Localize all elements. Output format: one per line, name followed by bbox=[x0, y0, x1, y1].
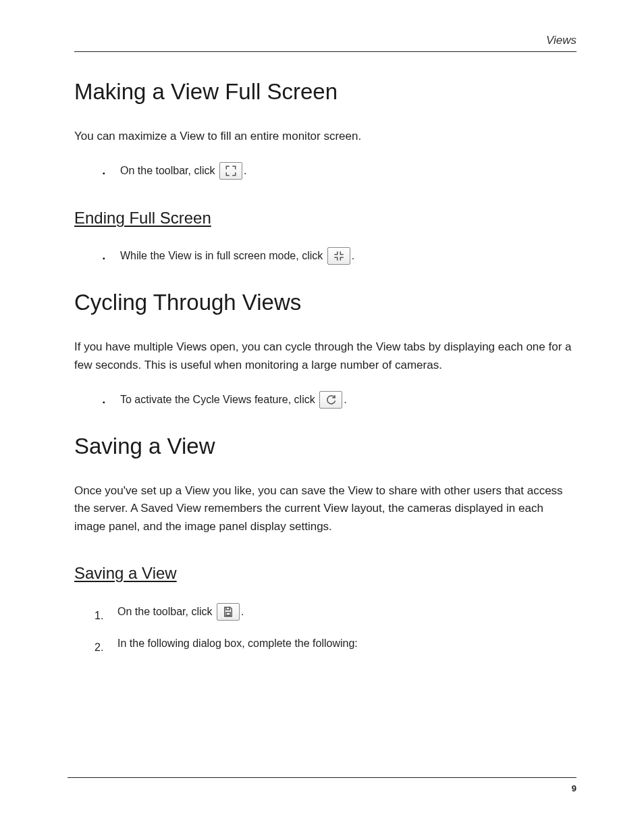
fullscreen-icon bbox=[219, 162, 242, 180]
heading-making-full-screen: Making a View Full Screen bbox=[74, 79, 576, 105]
text: On the toolbar, click bbox=[117, 606, 215, 617]
text: On the toolbar, click bbox=[120, 165, 218, 177]
heading-saving-a-view: Saving a View bbox=[74, 434, 576, 459]
text: While the View is in full screen mode, c… bbox=[120, 251, 326, 262]
text: To activate the Cycle Views feature, cli… bbox=[120, 394, 318, 405]
heading-ending-full-screen: Ending Full Screen bbox=[74, 209, 576, 228]
text: . bbox=[244, 165, 246, 177]
text: . bbox=[241, 606, 244, 617]
paragraph: Once you've set up a View you like, you … bbox=[74, 482, 576, 536]
list-item: On the toolbar, click . bbox=[95, 603, 576, 621]
text: . bbox=[344, 394, 346, 405]
list-item: In the following dialog box, complete th… bbox=[95, 635, 576, 652]
header-rule bbox=[74, 51, 576, 52]
page-number: 9 bbox=[68, 783, 576, 793]
cycle-icon bbox=[319, 391, 342, 409]
page-footer: 9 bbox=[68, 777, 576, 793]
list-item: While the View is in full screen mode, c… bbox=[103, 248, 576, 265]
heading-cycling-views: Cycling Through Views bbox=[74, 290, 576, 315]
exit-fullscreen-icon bbox=[327, 247, 350, 265]
heading-saving-a-view-sub: Saving a View bbox=[74, 564, 576, 583]
paragraph: If you have multiple Views open, you can… bbox=[74, 338, 576, 374]
paragraph: You can maximize a View to fill an entir… bbox=[74, 128, 576, 145]
running-head: Views bbox=[74, 34, 576, 51]
text: . bbox=[352, 251, 354, 262]
list-item: To activate the Cycle Views feature, cli… bbox=[103, 392, 576, 409]
svg-rect-0 bbox=[226, 613, 230, 616]
page: Views Making a View Full Screen You can … bbox=[0, 0, 644, 834]
save-icon bbox=[217, 603, 240, 621]
footer-rule bbox=[68, 777, 576, 778]
text: In the following dialog box, complete th… bbox=[117, 637, 358, 649]
list-item: On the toolbar, click . bbox=[103, 163, 576, 180]
